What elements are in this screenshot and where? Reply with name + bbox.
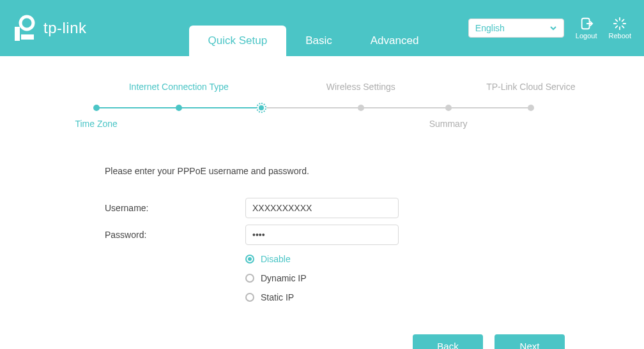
secondary-connection-options: Disable Dynamic IP Static IP [245,254,565,302]
step-dot-summary[interactable] [445,105,452,111]
logout-icon [579,17,594,31]
password-input[interactable] [245,225,399,245]
language-value: English [475,23,505,33]
step-dot-time-zone[interactable] [93,105,100,111]
svg-line-8 [616,20,618,22]
main-tabs: Quick Setup Basic Advanced [189,0,438,56]
stepper-labels-top: Internet Connection Type Wireless Settin… [79,82,565,97]
language-select[interactable]: English [468,19,564,38]
step-dot-cloud[interactable] [528,105,534,111]
next-button[interactable]: Next [494,334,565,349]
radio-static-ip[interactable]: Static IP [245,292,565,302]
step-label-internet-connection: Internet Connection Type [129,82,229,92]
radio-icon [245,293,254,302]
svg-point-0 [20,17,33,29]
step-label-summary: Summary [429,119,468,129]
content-area: Internet Connection Type Wireless Settin… [0,56,644,349]
username-row: Username: [105,198,565,218]
wizard-buttons: Back Next [79,334,565,349]
pppoe-form: Please enter your PPPoE username and pas… [79,166,565,302]
step-label-cloud-service: TP-Link Cloud Service [486,82,575,92]
logout-button[interactable]: Logout [576,17,597,40]
step-dot-wireless[interactable] [358,105,364,111]
svg-line-11 [622,20,624,22]
radio-dynamic-ip[interactable]: Dynamic IP [245,273,565,283]
radio-label-disable: Disable [261,254,291,264]
reboot-icon [613,17,627,31]
username-label: Username: [105,203,245,213]
radio-label-dynamic: Dynamic IP [261,273,307,283]
back-button[interactable]: Back [413,334,483,349]
reboot-label: Reboot [609,32,631,40]
svg-line-10 [616,26,618,28]
step-dot-current[interactable] [256,103,266,113]
tab-advanced[interactable]: Advanced [351,26,438,56]
app-header: tp-link Quick Setup Basic Advanced Engli… [0,0,644,56]
logout-label: Logout [576,32,597,40]
radio-disable[interactable]: Disable [245,254,565,264]
progress-stepper: Internet Connection Type Wireless Settin… [79,82,565,134]
password-label: Password: [105,230,245,240]
brand-logo: tp-link [13,15,87,41]
brand-text: tp-link [43,19,87,37]
stepper-track [79,105,565,111]
step-dot-internet-connection[interactable] [176,105,182,111]
tplink-logo-icon [13,15,38,41]
svg-rect-2 [21,34,34,40]
radio-label-static: Static IP [261,292,294,302]
form-prompt: Please enter your PPPoE username and pas… [105,166,565,176]
svg-rect-1 [15,27,20,41]
radio-icon [245,274,254,283]
reboot-button[interactable]: Reboot [609,17,631,40]
chevron-down-icon [549,24,557,32]
svg-line-9 [622,26,624,28]
radio-icon [245,255,254,264]
header-actions: English Logout [468,17,631,40]
password-row: Password: [105,225,565,245]
username-input[interactable] [245,198,399,218]
stepper-labels-bottom: Time Zone Summary [79,119,565,134]
tab-basic[interactable]: Basic [286,26,351,56]
step-label-wireless-settings: Wireless Settings [326,82,395,92]
step-label-time-zone: Time Zone [75,119,117,129]
tab-quick-setup[interactable]: Quick Setup [189,26,287,56]
